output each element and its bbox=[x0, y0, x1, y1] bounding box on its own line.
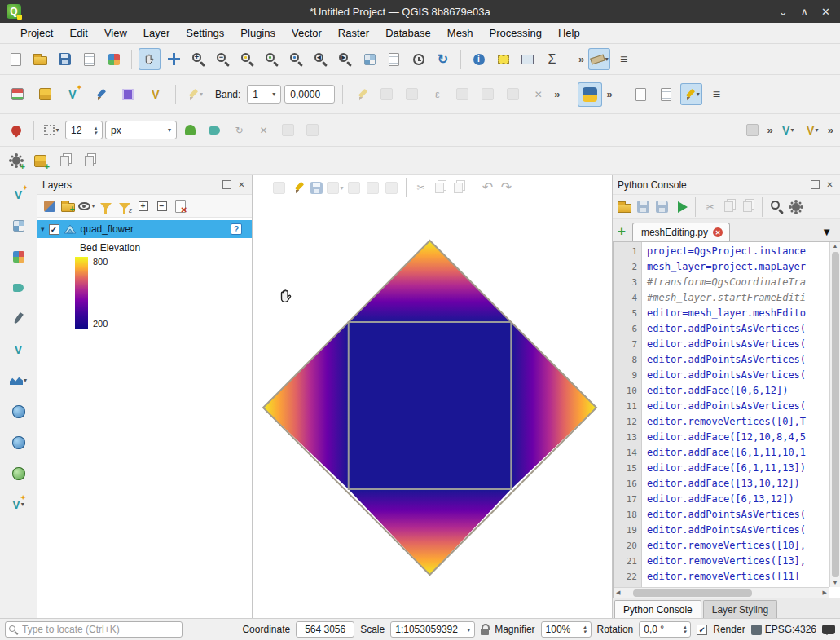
remove-mesh-elements-button[interactable]: ✕ bbox=[527, 83, 549, 105]
new-layer-dropdown-button[interactable]: V✦▾ bbox=[7, 493, 29, 515]
scroll-right-arrow[interactable]: ▶ bbox=[823, 589, 827, 597]
close-tab-button[interactable]: ✕ bbox=[713, 227, 723, 237]
select-features-button[interactable] bbox=[492, 48, 514, 70]
close-button[interactable]: ✕ bbox=[821, 6, 830, 18]
labels-overflow-button[interactable]: » bbox=[766, 124, 775, 136]
digitize-mesh-button[interactable] bbox=[350, 83, 372, 105]
add-postgis-layer-button[interactable]: ▾ bbox=[7, 369, 29, 391]
expand-all-button[interactable]: + bbox=[134, 197, 152, 214]
style-manager-button[interactable] bbox=[103, 48, 125, 70]
force-by-selected-button[interactable] bbox=[376, 83, 398, 105]
transform-vertices-button[interactable] bbox=[477, 83, 499, 105]
open-attribute-table-button[interactable] bbox=[517, 48, 539, 70]
current-edits-button[interactable]: ▾ bbox=[183, 83, 205, 105]
menu-item[interactable]: Edit bbox=[62, 24, 95, 42]
zoom-full-button[interactable] bbox=[236, 48, 258, 70]
crs-status[interactable]: EPSG:4326 bbox=[751, 624, 816, 635]
add-raster-layer-button[interactable] bbox=[7, 245, 29, 267]
toggle-mesh-editing-button[interactable] bbox=[289, 179, 306, 196]
mesh-marker-button[interactable] bbox=[502, 83, 524, 105]
symbology-style-button[interactable]: ▾ bbox=[41, 119, 63, 141]
menu-item[interactable]: Vector bbox=[284, 24, 329, 42]
open-project-button[interactable] bbox=[29, 48, 51, 70]
add-wcs-layer-button[interactable] bbox=[7, 462, 29, 484]
tab-list-dropdown-button[interactable]: ▼ bbox=[821, 226, 837, 241]
redo-button[interactable]: ↷ bbox=[498, 179, 515, 196]
zoom-last-button[interactable]: ◂ bbox=[310, 48, 332, 70]
rotate-label-button[interactable]: ↻ bbox=[228, 119, 250, 141]
vertical-scrollbar[interactable]: ▲ ▼ bbox=[829, 242, 840, 587]
font-size-spinner[interactable]: 12▴▾ bbox=[65, 121, 103, 139]
add-mesh-layer-button[interactable] bbox=[7, 276, 29, 298]
save-script-button[interactable] bbox=[635, 198, 652, 215]
annotation-page-button[interactable] bbox=[630, 83, 652, 105]
digitize-vertices-button[interactable]: ▾ bbox=[327, 179, 344, 196]
run-script-button[interactable] bbox=[672, 198, 689, 215]
locate-box[interactable] bbox=[5, 621, 183, 638]
select-mesh-elements-button[interactable] bbox=[451, 83, 473, 105]
add-vector-layer-button[interactable] bbox=[7, 214, 29, 236]
paste-button[interactable] bbox=[739, 198, 756, 215]
select-by-expression-button[interactable]: ε bbox=[426, 83, 448, 105]
toggle-editing-button[interactable] bbox=[88, 82, 112, 107]
new-project-button[interactable] bbox=[5, 48, 27, 70]
menu-item[interactable]: Help bbox=[551, 24, 587, 42]
filter-by-expression-button[interactable]: ε bbox=[116, 197, 133, 214]
add-wms-layer-button[interactable] bbox=[7, 400, 29, 422]
toolbar2-options-button[interactable]: ≡ bbox=[706, 83, 728, 105]
toolbar-overflow-button[interactable]: » bbox=[577, 53, 586, 65]
locate-input[interactable] bbox=[20, 623, 178, 636]
filter-legend-button[interactable] bbox=[97, 197, 114, 214]
map-canvas[interactable]: ▾ ✂ ↶ ↷ bbox=[253, 175, 613, 618]
cut-features-button[interactable]: ✂ bbox=[412, 179, 429, 196]
plugins-overflow-button[interactable]: » bbox=[605, 88, 614, 100]
paste-features-button[interactable] bbox=[450, 179, 467, 196]
add-spatialite-layer-button[interactable]: V bbox=[7, 338, 29, 360]
temporal-controller-button[interactable] bbox=[407, 48, 429, 70]
zoom-to-selection-button[interactable] bbox=[261, 48, 283, 70]
save-mesh-edits-button[interactable] bbox=[308, 179, 325, 196]
field-calculator-button[interactable] bbox=[116, 82, 140, 107]
identify-features-button[interactable]: i bbox=[468, 48, 490, 70]
vertex-marker-button[interactable] bbox=[741, 119, 763, 141]
open-layer-styling-button[interactable] bbox=[41, 197, 58, 214]
new-editor-tab-button[interactable]: + bbox=[616, 223, 629, 241]
expander-icon[interactable]: ▾ bbox=[41, 225, 45, 233]
menu-item[interactable]: Raster bbox=[331, 24, 376, 42]
pan-to-selection-button[interactable] bbox=[163, 48, 185, 70]
form-annotation-button[interactable] bbox=[655, 83, 677, 105]
add-to-project-button[interactable]: + bbox=[29, 150, 51, 172]
menu-item[interactable]: Processing bbox=[482, 24, 549, 42]
vertex-tool-button[interactable]: V▾ bbox=[777, 119, 799, 141]
scroll-down-arrow[interactable]: ▼ bbox=[833, 579, 838, 587]
menu-item[interactable]: Mesh bbox=[440, 24, 481, 42]
vertical-scroll-thumb[interactable] bbox=[832, 252, 839, 577]
new-shapefile-layer-button[interactable]: V✦ bbox=[60, 82, 85, 107]
layer-notes-indicator[interactable]: ? bbox=[231, 223, 242, 235]
editor-tab-mesh-editing[interactable]: meshEditing.py ✕ bbox=[632, 223, 730, 241]
callout-button[interactable] bbox=[301, 119, 323, 141]
add-delimited-text-button[interactable] bbox=[7, 307, 29, 329]
add-wfs-layer-button[interactable] bbox=[7, 431, 29, 453]
menu-item[interactable]: Settings bbox=[178, 24, 231, 42]
new-map-view-button[interactable] bbox=[358, 48, 380, 70]
new-virtual-layer-button[interactable]: V bbox=[143, 82, 168, 107]
annotation-tool-button[interactable]: V▾ bbox=[802, 119, 824, 141]
layer-visibility-checkbox[interactable]: ✓ bbox=[49, 224, 59, 235]
new-3d-map-view-button[interactable] bbox=[383, 48, 405, 70]
menu-item[interactable]: Project bbox=[13, 24, 60, 42]
manage-map-themes-button[interactable]: ▾ bbox=[78, 197, 95, 214]
close-panel-button[interactable]: ✕ bbox=[236, 179, 247, 190]
layer-labeling-button[interactable] bbox=[5, 119, 27, 141]
zoom-to-layer-button[interactable] bbox=[285, 48, 307, 70]
measure-dropdown-button[interactable]: ▾ bbox=[588, 48, 610, 70]
right-overflow-button[interactable]: » bbox=[826, 124, 835, 136]
rotation-spinner[interactable]: 0,0 °▴▾ bbox=[639, 621, 691, 638]
pin-labels-button[interactable] bbox=[277, 119, 299, 141]
add-mesh-layer-button[interactable] bbox=[33, 82, 57, 107]
zoom-in-button[interactable]: + bbox=[187, 48, 209, 70]
float-panel-button[interactable] bbox=[811, 180, 820, 189]
horizontal-scrollbar[interactable]: ◀ ▶ bbox=[614, 587, 829, 598]
cut-button[interactable]: ✂ bbox=[701, 198, 719, 215]
console-options-button[interactable] bbox=[787, 198, 804, 215]
